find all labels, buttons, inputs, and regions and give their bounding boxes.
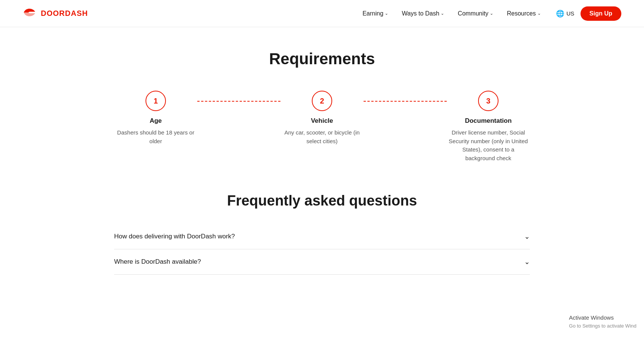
doordash-logo-icon [23, 7, 36, 20]
step-1-circle: 1 [146, 91, 166, 111]
step-3-number: 3 [486, 97, 490, 105]
faq-question-1: Where is DoorDash available? [114, 258, 201, 266]
step-3-description: Driver license number, Social Security n… [447, 128, 530, 162]
logo-text: DOORDASH [41, 9, 88, 18]
step-3-circle: 3 [478, 91, 498, 111]
nav-item-earning[interactable]: Earning ⌄ [362, 10, 388, 17]
step-1-description: Dashers should be 18 years or older [114, 128, 197, 145]
step-1-label: Age [150, 117, 162, 125]
locale-label: US [567, 10, 574, 17]
steps-container: 1 Age Dashers should be 18 years or olde… [114, 91, 530, 162]
requirements-title: Requirements [23, 50, 621, 68]
step-1-number: 1 [153, 97, 158, 105]
nav-item-ways-to-dash[interactable]: Ways to Dash ⌄ [402, 10, 444, 17]
nav-resources-label: Resources [507, 10, 536, 17]
step-connector-1-2 [197, 101, 280, 102]
faq-question-0: How does delivering with DoorDash work? [114, 233, 235, 240]
step-1: 1 Age Dashers should be 18 years or olde… [114, 91, 197, 145]
windows-watermark: Activate Windows Go to Settings to activ… [569, 314, 636, 329]
step-connector-2-3 [364, 101, 447, 102]
faq-chevron-1-icon: ⌄ [524, 258, 530, 266]
requirements-section: Requirements 1 Age Dashers should be 18 … [23, 50, 621, 162]
step-2-label: Vehicle [311, 117, 333, 125]
signup-button[interactable]: Sign Up [581, 6, 621, 21]
nav-earning-label: Earning [362, 10, 383, 17]
step-3: 3 Documentation Driver license number, S… [447, 91, 530, 162]
globe-icon: 🌐 [556, 9, 564, 18]
step-3-label: Documentation [465, 117, 512, 125]
windows-activate-title: Activate Windows [569, 314, 636, 322]
nav-ways-label: Ways to Dash [402, 10, 439, 17]
logo-link[interactable]: DOORDASH [23, 7, 88, 20]
faq-item-1[interactable]: Where is DoorDash available? ⌄ [114, 249, 530, 275]
faq-item-0[interactable]: How does delivering with DoorDash work? … [114, 224, 530, 249]
site-header: DOORDASH Earning ⌄ Ways to Dash ⌄ Commun… [0, 0, 644, 27]
step-2: 2 Vehicle Any car, scooter, or bicycle (… [280, 91, 364, 145]
nav-item-community[interactable]: Community ⌄ [458, 10, 493, 17]
faq-section: Frequently asked questions How does deli… [114, 193, 530, 275]
step-2-number: 2 [320, 97, 324, 105]
main-content: Requirements 1 Age Dashers should be 18 … [0, 27, 644, 290]
resources-chevron-icon: ⌄ [537, 11, 541, 16]
earning-chevron-icon: ⌄ [385, 11, 388, 16]
windows-activate-subtitle: Go to Settings to activate Wind [569, 322, 636, 330]
header-right: 🌐 US Sign Up [556, 6, 621, 21]
main-nav: Earning ⌄ Ways to Dash ⌄ Community ⌄ Res… [362, 10, 541, 17]
step-2-description: Any car, scooter, or bicycle (in select … [280, 128, 364, 145]
step-2-circle: 2 [312, 91, 332, 111]
nav-community-label: Community [458, 10, 488, 17]
locale-button[interactable]: 🌐 US [556, 9, 574, 18]
ways-chevron-icon: ⌄ [441, 11, 444, 16]
faq-chevron-0-icon: ⌄ [524, 232, 530, 241]
faq-title: Frequently asked questions [114, 193, 530, 209]
community-chevron-icon: ⌄ [490, 11, 493, 16]
nav-item-resources[interactable]: Resources ⌄ [507, 10, 540, 17]
